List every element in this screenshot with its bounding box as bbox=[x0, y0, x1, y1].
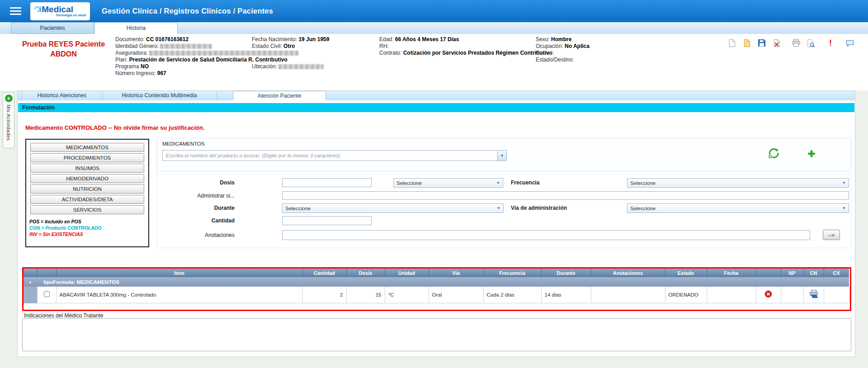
patient-name: Prueba REYES Paciente ABDON bbox=[17, 39, 110, 59]
imedical-logo[interactable]: i Medical Tecnología en salud bbox=[30, 2, 90, 20]
column-header-cx: CX bbox=[824, 269, 849, 277]
edad-field: Edad: 66 Años 4 Meses 17 Días bbox=[379, 37, 459, 42]
aseguradora-field: Aseguradora: bbox=[115, 50, 298, 56]
estado-civil-field: Estado Civil: Otro bbox=[252, 43, 295, 49]
cell-fecha bbox=[707, 287, 756, 303]
legend-con: CON = Producto CONTROLADO bbox=[29, 225, 148, 231]
print-row-icon[interactable] bbox=[809, 290, 818, 298]
category-medicamentos-button[interactable]: MEDICAMENTOS bbox=[30, 143, 144, 152]
cancel-icon[interactable] bbox=[771, 38, 782, 48]
category-hemoderivado-button[interactable]: HEMODERIVADO bbox=[30, 174, 144, 183]
mis-actividades-tab[interactable]: + Mis Actividades bbox=[3, 92, 14, 148]
medication-form: Dosis Seleccione▼ Frecuencia Seleccione▼… bbox=[156, 174, 851, 248]
column-header-np: NP bbox=[781, 269, 803, 277]
dosis-unit-select[interactable]: Seleccione▼ bbox=[393, 178, 503, 188]
alert-icon[interactable]: ! bbox=[825, 38, 836, 48]
redacted-value bbox=[278, 64, 324, 69]
frecuencia-label: Frecuencia bbox=[511, 179, 539, 186]
sub-tab-strip: Historico Atenciones Historico Contenido… bbox=[18, 91, 855, 100]
group-row[interactable]: ▼ tipoFormula: MEDICAMENTOS bbox=[24, 277, 849, 287]
column-header-estado: Estado bbox=[665, 269, 707, 277]
search-section-label: MEDICAMENTOS bbox=[162, 141, 205, 146]
via-select[interactable]: Seleccione▼ bbox=[627, 203, 849, 213]
programa-field: Programa NO bbox=[115, 64, 149, 70]
cell-unidad: °C bbox=[385, 287, 429, 303]
cantidad-input[interactable] bbox=[282, 216, 372, 225]
plan-field: Plan: Prestación de Servicios de Salud D… bbox=[115, 57, 288, 63]
chevron-down-icon: ▼ bbox=[497, 206, 500, 210]
edit-document-icon[interactable] bbox=[741, 38, 752, 48]
indicaciones-label: Indicaciones del Médico Tratante bbox=[24, 312, 103, 319]
add-product-icon[interactable] bbox=[807, 149, 816, 158]
tab-historia[interactable]: Historia bbox=[94, 22, 178, 34]
column-header-fecha: Fecha bbox=[707, 269, 756, 277]
column-header-expand bbox=[24, 269, 37, 277]
column-header-cantidad: Cantidad bbox=[302, 269, 346, 277]
print-icon[interactable] bbox=[791, 38, 802, 48]
durante-select[interactable]: Seleccione▼ bbox=[282, 203, 504, 213]
column-header-select bbox=[37, 269, 56, 277]
brand-text: i Medical bbox=[34, 5, 86, 14]
main-content: Historico Atenciones Historico Contenido… bbox=[17, 90, 855, 357]
identidad-genero-field: Identidad Género: bbox=[115, 43, 212, 49]
product-search-combo: ▼ bbox=[162, 150, 507, 161]
estado-destino-field: Estado/Destino: bbox=[536, 57, 574, 63]
category-servicios-button[interactable]: SERVICIOS bbox=[30, 205, 144, 214]
product-search-panel: MEDICAMENTOS ▼ bbox=[156, 138, 851, 171]
sexo-field: Sexo: Hombre bbox=[536, 37, 571, 42]
imedical-app: i Medical Tecnología en salud Gestión Cl… bbox=[0, 0, 868, 368]
delete-row-icon[interactable] bbox=[764, 290, 772, 298]
cell-durante: 14 dias bbox=[541, 287, 591, 303]
submit-arrow-button[interactable]: --> bbox=[823, 230, 840, 240]
frecuencia-select[interactable]: Seleccione▼ bbox=[627, 178, 849, 188]
menu-icon[interactable] bbox=[10, 7, 21, 15]
correo-field: Correo: bbox=[536, 50, 554, 56]
combo-dropdown-icon[interactable]: ▼ bbox=[497, 151, 506, 160]
tab-pacientes[interactable]: Pacientes bbox=[11, 22, 94, 34]
column-header-anotaciones: Anotaciones bbox=[591, 269, 665, 277]
comment-icon[interactable] bbox=[844, 38, 855, 48]
durante-label: Durante bbox=[158, 205, 235, 211]
legend-inv: INV = Sin EXISTENCIAS bbox=[29, 231, 148, 237]
legend-pos: POS = Incluido en POS bbox=[29, 218, 148, 225]
tab-historico-multimedia[interactable]: Historico Contenido Multimedia bbox=[103, 91, 217, 100]
preview-icon[interactable] bbox=[806, 38, 816, 48]
category-procedimientos-button[interactable]: PROCEDIMIENTOS bbox=[30, 153, 144, 162]
main-tab-strip: Pacientes Historia bbox=[0, 22, 868, 34]
category-nutricion-button[interactable]: NUTRICION bbox=[30, 184, 144, 193]
tab-historico-atenciones[interactable]: Historico Atenciones bbox=[21, 91, 103, 100]
chevron-down-icon: ▼ bbox=[842, 206, 846, 210]
legend: POS = Incluido en POS CON = Producto CON… bbox=[29, 218, 148, 237]
anotaciones-input[interactable] bbox=[282, 230, 810, 240]
fecha-nacimiento-field: Fecha Nacimiento: 19 Jun 1959 bbox=[252, 37, 329, 42]
category-box: MEDICAMENTOS PROCEDIMIENTOS INSUMOS HEMO… bbox=[25, 139, 149, 247]
column-header-unidad: Unidad bbox=[385, 269, 429, 277]
column-header-frecuencia: Frecuencia bbox=[483, 269, 541, 277]
indicaciones-textarea[interactable] bbox=[22, 318, 851, 351]
refresh-products-icon[interactable] bbox=[767, 147, 779, 159]
cantidad-label: Cantidad bbox=[158, 217, 235, 224]
cell-cantidad: 2 bbox=[302, 287, 346, 303]
tab-atencion-paciente[interactable]: Atención Paciente bbox=[233, 91, 326, 100]
administrar-input[interactable] bbox=[282, 191, 849, 200]
category-insumos-button[interactable]: INSUMOS bbox=[30, 164, 144, 173]
topbar: i Medical Tecnología en salud Gestión Cl… bbox=[0, 0, 868, 22]
formula-grid-wrapper: Item Cantidad Dosis Unidad Vía Frecuenci… bbox=[22, 267, 851, 311]
add-icon: + bbox=[5, 94, 13, 102]
column-header-dosis: Dosis bbox=[346, 269, 385, 277]
redacted-value bbox=[149, 51, 298, 56]
row-checkbox[interactable] bbox=[44, 291, 50, 297]
save-icon[interactable] bbox=[756, 38, 767, 48]
collapse-group-icon[interactable]: ▼ bbox=[28, 281, 32, 285]
ubicacion-field: Ubicación: bbox=[252, 64, 324, 70]
category-actividades-dieta-button[interactable]: ACTIVIDADES/DIETA bbox=[30, 195, 144, 204]
patient-toolbar: ! bbox=[726, 38, 855, 48]
cell-dosis: 15 bbox=[346, 287, 385, 303]
formulacion-header: Formulación bbox=[18, 103, 854, 112]
new-document-icon[interactable] bbox=[726, 38, 737, 48]
row-indent-cell bbox=[24, 287, 37, 303]
dosis-input[interactable] bbox=[282, 178, 372, 187]
product-search-input[interactable] bbox=[163, 151, 497, 160]
redacted-value bbox=[160, 44, 212, 49]
group-label: tipoFormula: MEDICAMENTOS bbox=[37, 277, 849, 287]
